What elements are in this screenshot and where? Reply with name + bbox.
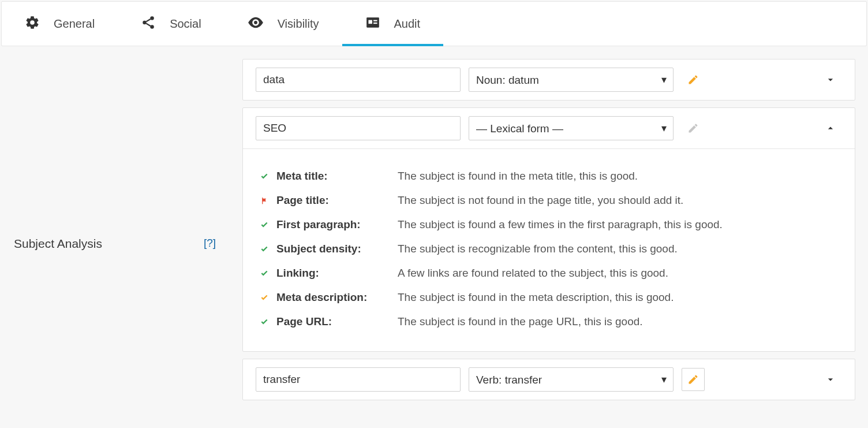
collapse-button[interactable] [819,117,842,140]
subject-card-header: Noun: datum [243,59,855,100]
subject-card: — Lexical form — Meta title: The subject… [242,107,855,352]
analysis-text: The subject is found in the page URL, th… [398,315,643,328]
subject-input[interactable] [256,68,461,92]
flag-icon [260,196,276,205]
tab-label: Social [170,17,201,31]
analysis-label: Meta title: [276,170,398,183]
analysis-row: Linking: A few links are found related t… [260,261,837,285]
analysis-text: The subject is found in the meta descrip… [398,291,674,304]
check-icon [260,318,276,326]
analysis-label: Linking: [276,267,398,280]
help-link[interactable]: [?] [204,237,216,250]
gear-icon [25,15,40,33]
analysis-label: First paragraph: [276,218,398,231]
svg-rect-7 [373,23,377,24]
analysis-text: A few links are found related to the sub… [398,267,668,280]
section-title: Subject Analysis [14,237,102,251]
check-icon [260,172,276,180]
subject-card-header: — Lexical form — [243,108,855,148]
check-icon [260,269,276,277]
lexical-select[interactable]: Verb: transfer [469,367,674,392]
svg-point-2 [150,25,154,29]
check-icon [260,245,276,253]
analysis-label: Page URL: [276,315,398,328]
analysis-label: Meta description: [276,291,398,304]
subjects-col: Noun: datum — Lexical form — [230,46,868,420]
analysis-row: Page title: The subject is not found in … [260,188,837,213]
edit-button[interactable] [682,117,705,140]
analysis-text: The subject is found in the meta title, … [398,170,638,183]
analysis-label: Page title: [276,194,398,207]
tab-bar: General Social Visibility Audit [1,1,867,46]
analysis-text: The subject is recognizable from the con… [398,243,678,255]
check-icon [260,221,276,229]
check-warn-icon [260,293,276,302]
subject-input[interactable] [256,367,461,392]
section-label-col: Subject Analysis [?] [0,219,230,251]
analysis-text: The subject is not found in the page tit… [398,194,683,207]
svg-point-1 [143,20,147,24]
subject-analysis-body: Meta title: The subject is found in the … [243,148,855,351]
tab-label: Visibility [278,17,319,31]
eye-icon [248,17,264,31]
id-card-icon [365,15,380,33]
analysis-row: Page URL: The subject is found in the pa… [260,310,837,334]
svg-rect-5 [368,20,372,24]
analysis-text: The subject is found a few times in the … [398,218,723,231]
subject-card-header: Verb: transfer [243,359,855,400]
subject-card: Verb: transfer [242,359,855,400]
analysis-row: Meta title: The subject is found in the … [260,164,837,188]
expand-button[interactable] [819,368,842,391]
lexical-select[interactable]: — Lexical form — [469,116,674,140]
tab-label: Audit [394,17,421,31]
svg-point-3 [254,21,257,24]
tab-social[interactable]: Social [118,2,224,46]
lexical-select[interactable]: Noun: datum [469,68,674,92]
share-icon [141,15,156,33]
analysis-row: First paragraph: The subject is found a … [260,213,837,237]
edit-button[interactable] [682,68,705,91]
tab-visibility[interactable]: Visibility [225,2,342,46]
subject-input[interactable] [256,116,461,140]
content-row: Subject Analysis [?] Noun: datum [0,46,868,420]
tab-audit[interactable]: Audit [342,2,444,46]
analysis-row: Subject density: The subject is recogniz… [260,237,837,261]
edit-button[interactable] [682,368,705,391]
tab-label: General [54,17,95,31]
analysis-row: Meta description: The subject is found i… [260,285,837,310]
subject-card: Noun: datum [242,59,855,101]
analysis-label: Subject density: [276,243,398,255]
svg-rect-6 [373,20,377,21]
svg-point-0 [150,16,154,20]
tab-general[interactable]: General [2,2,118,46]
expand-button[interactable] [819,68,842,91]
